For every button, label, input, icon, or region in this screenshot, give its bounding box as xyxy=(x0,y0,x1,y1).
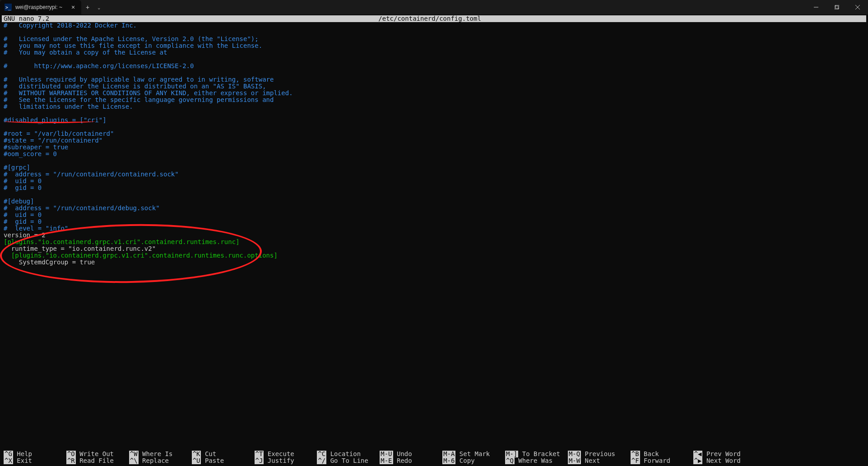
editor-line: # See the License for the specific langu… xyxy=(4,97,864,103)
shortcut-desc: Replace xyxy=(139,457,192,464)
nano-shortcut: ^B Back xyxy=(631,451,693,457)
shortcut-desc: Where Was xyxy=(515,457,568,464)
shortcut-key: ^U xyxy=(192,457,201,464)
shortcut-key: ^◀ xyxy=(693,451,703,457)
editor-line: [plugins."io.containerd.grpc.v1.cri".con… xyxy=(4,239,864,245)
nano-shortcut: ^/ Go To Line xyxy=(317,457,380,464)
shortcut-key: M-A xyxy=(442,451,455,457)
shortcut-desc: Previous xyxy=(581,451,631,457)
editor-line: # address = "/run/containerd/debug.sock" xyxy=(4,205,864,212)
nano-shortcut: ^U Paste xyxy=(192,457,255,464)
shortcut-key: ^O xyxy=(66,451,76,457)
editor-line: # Licensed under the Apache License, Ver… xyxy=(4,36,864,42)
editor-body[interactable]: # Copyright 2018-2022 Docker Inc. # Lice… xyxy=(4,22,864,266)
window-titlebar: >_ wei@raspberrypi: ~ × + ⌄ xyxy=(0,0,868,14)
editor-line: # limitations under the License. xyxy=(4,103,864,110)
shortcut-desc: Paste xyxy=(201,457,254,464)
editor-line: # you may not use this file except in co… xyxy=(4,42,864,49)
editor-line: # address = "/run/containerd/containerd.… xyxy=(4,171,864,178)
shortcut-key: ^X xyxy=(4,457,13,464)
editor-line: #subreaper = true xyxy=(4,144,864,151)
shortcut-desc: Forward xyxy=(640,457,693,464)
shortcut-desc: Help xyxy=(13,451,66,457)
editor-line: # http://www.apache.org/licenses/LICENSE… xyxy=(4,63,864,69)
shortcut-key: ^B xyxy=(631,451,640,457)
close-window-button[interactable] xyxy=(847,0,868,14)
shortcut-desc: Next xyxy=(581,457,631,464)
editor-line xyxy=(4,157,864,164)
shortcut-key: M-U xyxy=(380,451,393,457)
editor-line: # Copyright 2018-2022 Docker Inc. xyxy=(4,22,864,29)
shortcut-key: M-E xyxy=(380,457,393,464)
editor-line xyxy=(4,110,864,117)
shortcut-key: M-Q xyxy=(568,451,581,457)
minimize-button[interactable] xyxy=(806,0,826,14)
close-tab-button[interactable]: × xyxy=(70,4,77,11)
editor-line: # uid = 0 xyxy=(4,178,864,185)
editor-line: # uid = 0 xyxy=(4,212,864,218)
editor-line: #root = "/var/lib/containerd" xyxy=(4,130,864,137)
editor-line xyxy=(4,191,864,198)
tabs-area: >_ wei@raspberrypi: ~ × + ⌄ xyxy=(0,0,104,14)
nano-app-name: GNU nano 7.2 xyxy=(4,15,49,22)
nano-shortcut: ^F Forward xyxy=(631,457,693,464)
shortcut-desc: Where Is xyxy=(139,451,192,457)
terminal-content[interactable]: GNU nano 7.2 /etc/containerd/config.toml… xyxy=(0,14,868,267)
shortcut-key: ^C xyxy=(317,451,326,457)
editor-line: version = 2 xyxy=(4,232,864,239)
shortcut-desc: Undo xyxy=(393,451,443,457)
nano-shortcut: M-W Next xyxy=(568,457,631,464)
nano-shortcut: ^R Read File xyxy=(66,457,129,464)
editor-line: #[grpc] xyxy=(4,164,864,171)
shortcut-key: ^R xyxy=(66,457,76,464)
editor-line: # gid = 0 xyxy=(4,218,864,225)
shortcut-key: M-W xyxy=(568,457,581,464)
shortcut-desc: To Bracket xyxy=(518,451,568,457)
shortcut-key: M-] xyxy=(505,451,518,457)
shortcut-key: ^Q xyxy=(505,457,515,464)
nano-shortcut: ^K Cut xyxy=(192,451,255,457)
footer-row-2: ^X Exit ^R Read File ^\ Replace ^U Paste… xyxy=(4,457,864,464)
nano-shortcut: ^\ Replace xyxy=(129,457,192,464)
terminal-tab[interactable]: >_ wei@raspberrypi: ~ × xyxy=(0,0,81,14)
shortcut-key: ^▶ xyxy=(693,457,703,464)
shortcut-desc: Prev Word xyxy=(702,451,756,457)
shortcut-key: ^W xyxy=(129,451,139,457)
shortcut-desc: Go To Line xyxy=(326,457,380,464)
nano-shortcut: M-E Redo xyxy=(380,457,442,464)
nano-shortcut: ^X Exit xyxy=(4,457,66,464)
footer-row-1: ^G Help ^O Write Out ^W Where Is ^K Cut … xyxy=(4,451,864,457)
new-tab-button[interactable]: + xyxy=(81,4,94,11)
editor-line: [plugins."io.containerd.grpc.v1.cri".con… xyxy=(4,252,864,259)
editor-line: SystemdCgroup = true xyxy=(4,259,864,266)
shortcut-key: ^G xyxy=(4,451,13,457)
editor-line: # WITHOUT WARRANTIES OR CONDITIONS OF AN… xyxy=(4,90,864,97)
powershell-icon: >_ xyxy=(5,4,12,11)
shortcut-key: ^T xyxy=(255,451,264,457)
nano-filepath: /etc/containerd/config.toml xyxy=(49,15,810,22)
maximize-button[interactable] xyxy=(826,0,847,14)
shortcut-desc: Execute xyxy=(264,451,317,457)
tab-dropdown-button[interactable]: ⌄ xyxy=(94,5,104,10)
shortcut-desc: Set Mark xyxy=(455,451,505,457)
shortcut-desc: Location xyxy=(326,451,380,457)
editor-line: #[debug] xyxy=(4,198,864,205)
editor-line xyxy=(4,56,864,63)
nano-shortcut: M-] To Bracket xyxy=(505,451,568,457)
shortcut-key: M-6 xyxy=(442,457,455,464)
nano-shortcut: M-A Set Mark xyxy=(442,451,505,457)
window-controls xyxy=(806,0,868,14)
editor-line: #disabled_plugins = ["cri"] xyxy=(4,117,864,124)
shortcut-desc: Copy xyxy=(455,457,505,464)
nano-shortcut: ^▶ Next Word xyxy=(693,457,756,464)
svg-rect-2 xyxy=(836,5,839,9)
nano-shortcut: ^◀ Prev Word xyxy=(693,451,756,457)
tab-title: wei@raspberrypi: ~ xyxy=(15,4,66,10)
nano-shortcut: M-Q Previous xyxy=(568,451,631,457)
editor-line xyxy=(4,29,864,36)
editor-line: #oom_score = 0 xyxy=(4,151,864,157)
shortcut-key: ^F xyxy=(631,457,640,464)
shortcut-key: ^/ xyxy=(317,457,326,464)
nano-shortcut: ^O Write Out xyxy=(66,451,129,457)
shortcut-desc: Justify xyxy=(264,457,317,464)
